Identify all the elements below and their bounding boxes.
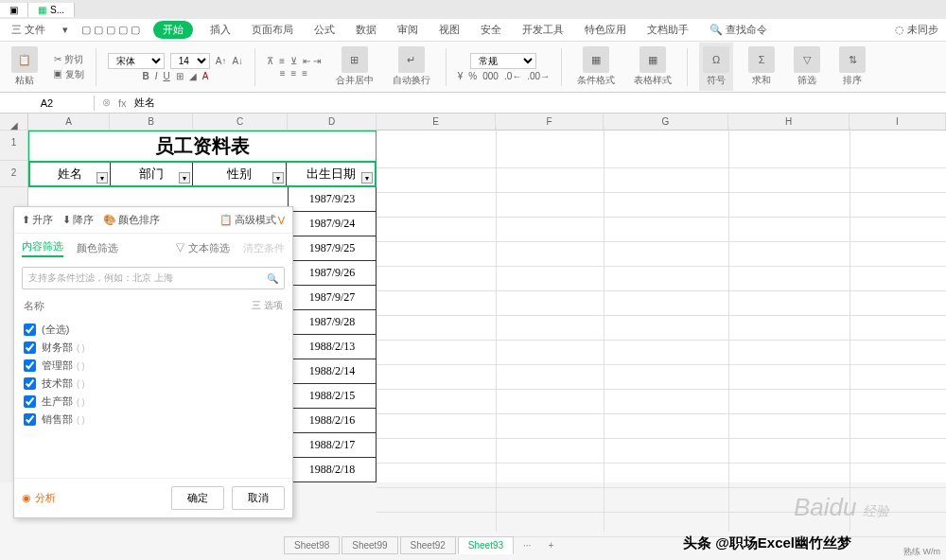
doc-tab-active[interactable]: ▦ S... bbox=[28, 3, 75, 17]
name-box[interactable]: A2 bbox=[0, 96, 95, 111]
formula-value[interactable]: 姓名 bbox=[134, 96, 155, 110]
filter-options-button[interactable]: 三 选项 bbox=[252, 299, 283, 313]
filter-search-input[interactable]: 支持多条件过滤，例如：北京 上海 🔍 bbox=[22, 267, 285, 289]
data-cell[interactable]: 1987/9/28 bbox=[288, 310, 377, 335]
copy-button[interactable]: ▣ 复制 bbox=[53, 68, 84, 81]
col-header[interactable]: D bbox=[288, 114, 377, 130]
col-header[interactable]: C bbox=[193, 114, 288, 130]
filter-item[interactable]: 销售部 ( ) bbox=[24, 411, 283, 429]
header-dept[interactable]: 部门▾ bbox=[111, 163, 193, 185]
menu-formula[interactable]: 公式 bbox=[310, 21, 339, 39]
data-cell[interactable]: 1988/2/18 bbox=[288, 458, 377, 482]
merge-button[interactable]: ⊞ 合并居中 bbox=[332, 44, 377, 89]
filter-checkbox[interactable] bbox=[24, 359, 36, 372]
percent-icon[interactable]: % bbox=[468, 71, 477, 81]
text-filter-button[interactable]: ▽ 文本筛选 bbox=[175, 241, 230, 255]
header-gender[interactable]: 性别▾ bbox=[193, 163, 287, 185]
cancel-button[interactable]: 取消 bbox=[232, 486, 285, 510]
menu-page[interactable]: 页面布局 bbox=[248, 21, 297, 39]
currency-icon[interactable]: ¥ bbox=[458, 71, 464, 81]
dec-dec-icon[interactable]: .00→ bbox=[527, 71, 550, 81]
ok-button[interactable]: 确定 bbox=[171, 486, 224, 510]
increase-font-icon[interactable]: A↑ bbox=[216, 56, 227, 66]
toolbar-icons[interactable]: ▢ ▢ ▢ ▢ ▢ bbox=[81, 24, 140, 36]
number-format-select[interactable]: 常规 bbox=[470, 53, 536, 69]
align-center-icon[interactable]: ≡ bbox=[291, 68, 297, 79]
empty-cells[interactable] bbox=[377, 127, 946, 532]
data-cell[interactable]: 1988/2/15 bbox=[288, 384, 377, 409]
font-color-button[interactable]: A bbox=[202, 71, 209, 81]
filter-button[interactable]: ▽ 筛选 bbox=[790, 44, 824, 89]
menu-special[interactable]: 特色应用 bbox=[581, 21, 630, 39]
data-cell[interactable]: 1987/9/25 bbox=[288, 236, 377, 261]
border-button[interactable]: ⊞ bbox=[176, 71, 184, 81]
filter-checkbox[interactable] bbox=[24, 377, 36, 390]
sheet-more[interactable]: ··· bbox=[516, 537, 538, 553]
menu-file[interactable]: 三 文件 bbox=[8, 21, 49, 39]
filter-tab-color[interactable]: 颜色筛选 bbox=[77, 241, 118, 255]
menu-start[interactable]: 开始 bbox=[153, 21, 193, 39]
indent-icons[interactable]: ⇤ ⇥ bbox=[303, 56, 321, 66]
sort-asc-button[interactable]: ⬆ 升序 bbox=[22, 213, 53, 227]
data-cell[interactable]: 1988/2/14 bbox=[288, 359, 377, 384]
doc-tab[interactable]: ▣ bbox=[0, 3, 28, 17]
advanced-mode-button[interactable]: 📋 高级模式 V bbox=[219, 213, 285, 227]
filter-checkbox[interactable] bbox=[24, 341, 36, 354]
condfmt-button[interactable]: ▦ 条件格式 bbox=[573, 44, 619, 89]
cut-button[interactable]: ✂ 剪切 bbox=[54, 53, 83, 66]
row-header[interactable]: 2 bbox=[0, 161, 27, 187]
menu-dev[interactable]: 开发工具 bbox=[518, 21, 568, 39]
paste-button[interactable]: 📋 粘贴 bbox=[8, 44, 42, 89]
fill-color-button[interactable]: ◢ bbox=[189, 71, 197, 81]
filter-checkbox[interactable] bbox=[24, 413, 36, 426]
header-name[interactable]: 姓名▾ bbox=[30, 163, 111, 185]
sheet-tab[interactable]: Sheet99 bbox=[342, 536, 397, 554]
sync-status[interactable]: ◌ 未同步 bbox=[895, 23, 938, 37]
menu-insert[interactable]: 插入 bbox=[206, 21, 235, 39]
filter-tab-content[interactable]: 内容筛选 bbox=[22, 239, 63, 257]
filter-dropdown-icon[interactable]: ▾ bbox=[96, 172, 108, 184]
font-size-select[interactable]: 14 bbox=[170, 53, 210, 69]
clear-filter-button[interactable]: 清空条件 bbox=[243, 241, 285, 255]
filter-dropdown-icon[interactable]: ▾ bbox=[272, 172, 284, 184]
menu-view[interactable]: 视图 bbox=[435, 21, 464, 39]
analysis-button[interactable]: ◉ 分析 bbox=[22, 491, 56, 505]
col-header[interactable]: B bbox=[110, 114, 193, 130]
filter-dropdown-icon[interactable]: ▾ bbox=[179, 172, 190, 184]
sheet-tab[interactable]: Sheet93 bbox=[458, 536, 514, 554]
fx-label[interactable]: fx bbox=[118, 97, 127, 109]
symbol-button[interactable]: Ω 符号 bbox=[699, 43, 733, 91]
align-mid-icon[interactable]: ≡ bbox=[279, 56, 285, 66]
dec-inc-icon[interactable]: .0← bbox=[504, 71, 521, 81]
filter-item[interactable]: 技术部 ( ) bbox=[24, 375, 283, 393]
filter-item[interactable]: 生产部 ( ) bbox=[24, 393, 283, 411]
fx-cancel-icon[interactable]: ⊗ bbox=[102, 96, 111, 109]
table-title[interactable]: 员工资料表 bbox=[28, 131, 377, 161]
filter-checkbox[interactable] bbox=[24, 395, 36, 408]
data-cell[interactable]: 1988/2/16 bbox=[288, 409, 377, 433]
col-header[interactable]: A bbox=[28, 114, 110, 130]
underline-button[interactable]: U bbox=[164, 71, 170, 81]
menu-findcmd[interactable]: 🔍 查找命令 bbox=[706, 21, 771, 39]
sort-button[interactable]: ⇅ 排序 bbox=[835, 44, 869, 89]
menu-security[interactable]: 安全 bbox=[477, 21, 505, 39]
tablestyle-button[interactable]: ▦ 表格样式 bbox=[630, 44, 675, 89]
sheet-tab[interactable]: Sheet98 bbox=[284, 536, 340, 554]
menu-review[interactable]: 审阅 bbox=[394, 21, 422, 39]
font-name-select[interactable]: 宋体 bbox=[108, 53, 165, 69]
align-right-icon[interactable]: ≡ bbox=[302, 68, 307, 79]
sheet-add-button[interactable]: + bbox=[540, 537, 561, 553]
data-cell[interactable]: 1987/9/23 bbox=[288, 187, 377, 212]
italic-button[interactable]: I bbox=[155, 71, 158, 81]
menu-data[interactable]: 数据 bbox=[352, 21, 380, 39]
sheet-tab[interactable]: Sheet92 bbox=[400, 536, 456, 554]
data-cell[interactable]: 1987/9/26 bbox=[288, 261, 377, 286]
data-cell[interactable]: 1988/2/17 bbox=[288, 433, 377, 458]
row-header[interactable]: 1 bbox=[0, 131, 27, 161]
bold-button[interactable]: B bbox=[142, 71, 149, 81]
filter-dropdown-icon[interactable]: ▾ bbox=[361, 172, 373, 184]
filter-checkbox[interactable] bbox=[24, 324, 36, 336]
filter-item[interactable]: 管理部 ( ) bbox=[24, 357, 283, 375]
comma-icon[interactable]: 000 bbox=[482, 71, 499, 81]
dropdown-icon[interactable]: ▾ bbox=[62, 24, 68, 36]
